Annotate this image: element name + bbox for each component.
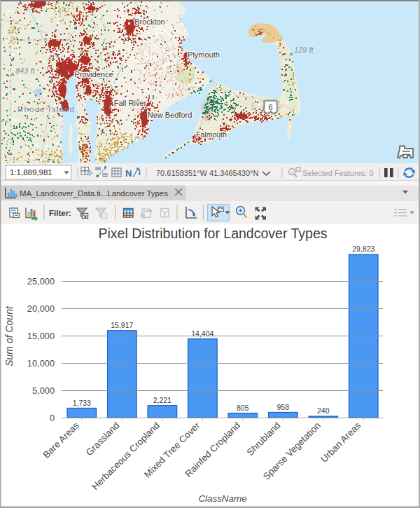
svg-text:Fall River: Fall River	[114, 99, 147, 107]
svg-text:Falmouth: Falmouth	[196, 130, 227, 139]
svg-text:ClassName: ClassName	[198, 493, 246, 504]
svg-text:+: +	[290, 170, 294, 176]
svg-text:843 ft: 843 ft	[15, 67, 35, 75]
svg-text:15,917: 15,917	[111, 321, 133, 329]
svg-text:15,000: 15,000	[27, 331, 55, 341]
svg-text:25,000: 25,000	[27, 276, 55, 287]
svg-text:29,823: 29,823	[352, 245, 374, 253]
svg-text:958: 958	[277, 403, 290, 411]
svg-text:0: 0	[50, 413, 55, 423]
svg-text:70.6158351°W 41.3465430°N: 70.6158351°W 41.3465430°N	[156, 169, 258, 177]
svg-text:240: 240	[317, 406, 330, 415]
svg-text:805: 805	[237, 404, 249, 412]
svg-text:Rhode Island: Rhode Island	[18, 105, 75, 114]
svg-text:Sum of Count: Sum of Count	[4, 306, 15, 366]
svg-text:129 ft: 129 ft	[294, 46, 314, 54]
svg-text:5,000: 5,000	[32, 385, 55, 396]
svg-text:1:1,889,981: 1:1,889,981	[10, 168, 52, 177]
svg-text:Plymouth: Plymouth	[188, 50, 220, 59]
svg-text:14,404: 14,404	[191, 329, 214, 338]
svg-text:10,000: 10,000	[27, 358, 55, 369]
svg-text:Brockton: Brockton	[134, 18, 164, 26]
svg-text:20,000: 20,000	[27, 303, 55, 314]
svg-text:Pixel Distribution for Landcov: Pixel Distribution for Landcover Types	[99, 226, 328, 241]
svg-text:6: 6	[268, 103, 272, 111]
svg-text:Filter:: Filter:	[49, 209, 71, 217]
svg-text:N: N	[125, 168, 132, 179]
svg-text:Selected Features: 0: Selected Features: 0	[302, 169, 374, 177]
svg-text:New Bedford: New Bedford	[148, 111, 192, 119]
svg-text:Providence: Providence	[74, 70, 113, 78]
svg-text:2,221: 2,221	[153, 396, 172, 404]
svg-text:MA_Landcover_Data.ti...Landcov: MA_Landcover_Data.ti...Landcover Types	[20, 189, 168, 198]
svg-text:1,733: 1,733	[73, 399, 91, 407]
